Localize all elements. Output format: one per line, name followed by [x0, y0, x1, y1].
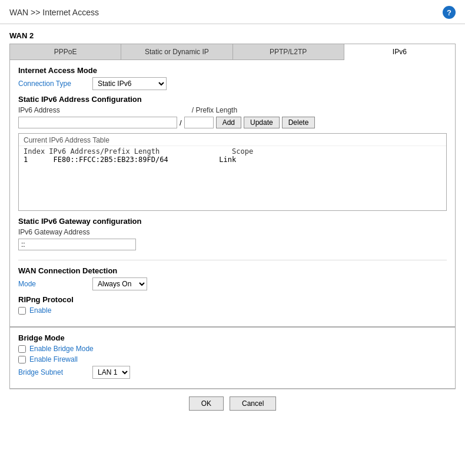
breadcrumb: WAN >> Internet Access	[9, 8, 99, 17]
ipv6-table-scroll[interactable]: Index IPv6 Address/Prefix Length Scope 1…	[19, 146, 446, 210]
ripng-enable-row: Enable	[18, 306, 447, 315]
delete-button[interactable]: Delete	[282, 117, 315, 128]
ipv6-address-label: IPv6 Address	[18, 106, 60, 114]
ok-button[interactable]: OK	[189, 396, 224, 411]
enable-firewall-label: Enable Firewall	[29, 355, 78, 363]
gateway-section: Static IPv6 Gateway configuration IPv6 G…	[18, 217, 447, 250]
page-header: WAN >> Internet Access ?	[0, 0, 465, 24]
prefix-length-label: / Prefix Length	[192, 106, 237, 114]
gateway-address-input[interactable]	[18, 239, 136, 250]
ripng-section: RIPng Protocol Enable	[18, 295, 447, 315]
connection-type-select[interactable]: Static IPv6 DHCPv6 SLAAC 6in4 Static Tun…	[92, 77, 167, 90]
main-content: WAN 2 PPPoE Static or Dynamic IP PPTP/L2…	[0, 24, 465, 424]
tabs-row: PPPoE Static or Dynamic IP PPTP/L2TP IPv…	[10, 44, 455, 60]
add-button[interactable]: Add	[216, 117, 241, 128]
tab-pptp-l2tp[interactable]: PPTP/L2TP	[233, 44, 344, 60]
wan-label: WAN 2	[9, 31, 456, 40]
tab-pppoe[interactable]: PPPoE	[10, 44, 121, 60]
bridge-subnet-select[interactable]: LAN 1 LAN 2 LAN 3 LAN 4	[92, 366, 130, 379]
bridge-subnet-label: Bridge Subnet	[18, 368, 89, 376]
ipv6-address-input[interactable]	[18, 117, 177, 128]
enable-firewall-checkbox[interactable]	[18, 356, 26, 363]
ipv6-address-labels-row: IPv6 Address / Prefix Length	[18, 106, 447, 114]
help-icon[interactable]: ?	[443, 6, 456, 19]
bridge-subnet-row: Bridge Subnet LAN 1 LAN 2 LAN 3 LAN 4	[18, 366, 447, 379]
wan-detection-mode-row: Mode Always On Ping Detect ARP Detect	[18, 277, 447, 290]
enable-bridge-checkbox[interactable]	[18, 345, 26, 353]
wan-detection-mode-select[interactable]: Always On Ping Detect ARP Detect	[92, 277, 147, 290]
connection-type-row: Connection Type Static IPv6 DHCPv6 SLAAC…	[18, 77, 447, 90]
bottom-bar: OK Cancel	[9, 389, 456, 416]
enable-bridge-row: Enable Bridge Mode	[18, 345, 447, 353]
ripng-enable-checkbox[interactable]	[18, 307, 26, 315]
gateway-section-title: Static IPv6 Gateway configuration	[18, 217, 447, 226]
prefix-length-input[interactable]	[184, 117, 214, 128]
static-ipv6-section: Static IPv6 Address Configuration IPv6 A…	[18, 95, 447, 211]
enable-bridge-label: Enable Bridge Mode	[29, 345, 94, 353]
bridge-mode-section: Bridge Mode Enable Bridge Mode Enable Fi…	[10, 326, 455, 388]
enable-firewall-row: Enable Firewall	[18, 355, 447, 363]
internet-access-mode-title: Internet Access Mode	[18, 66, 447, 75]
bridge-mode-title: Bridge Mode	[18, 333, 447, 342]
ipv6-table-label: Current IPv6 Address Table	[19, 134, 446, 146]
wan-detection-title: WAN Connection Detection	[18, 266, 447, 275]
gateway-address-label: IPv6 Gateway Address	[18, 228, 447, 236]
tab-ipv6[interactable]: IPv6	[344, 44, 455, 60]
connection-type-label: Connection Type	[18, 80, 89, 88]
tabs-container: PPPoE Static or Dynamic IP PPTP/L2TP IPv…	[9, 44, 456, 389]
ipv6-address-input-row: / Add Update Delete	[18, 117, 447, 128]
ripng-title: RIPng Protocol	[18, 295, 447, 304]
ipv6-table-row: 1 FE80::FFCC:2B5:EB23:89FD/64 Link	[24, 156, 441, 164]
ipv6-table-container: Current IPv6 Address Table Index IPv6 Ad…	[18, 133, 447, 211]
cancel-button[interactable]: Cancel	[230, 396, 276, 411]
slash-divider: /	[180, 118, 182, 127]
ipv6-table-header: Index IPv6 Address/Prefix Length Scope	[24, 147, 441, 156]
wan-detection-section: WAN Connection Detection Mode Always On …	[18, 260, 447, 290]
wan-detection-mode-label: Mode	[18, 280, 89, 288]
ripng-enable-label: Enable	[29, 306, 51, 315]
static-ipv6-title: Static IPv6 Address Configuration	[18, 95, 447, 104]
tab-static-dynamic[interactable]: Static or Dynamic IP	[121, 44, 232, 60]
tab-ipv6-content: Internet Access Mode Connection Type Sta…	[10, 60, 455, 323]
update-button[interactable]: Update	[244, 117, 280, 128]
